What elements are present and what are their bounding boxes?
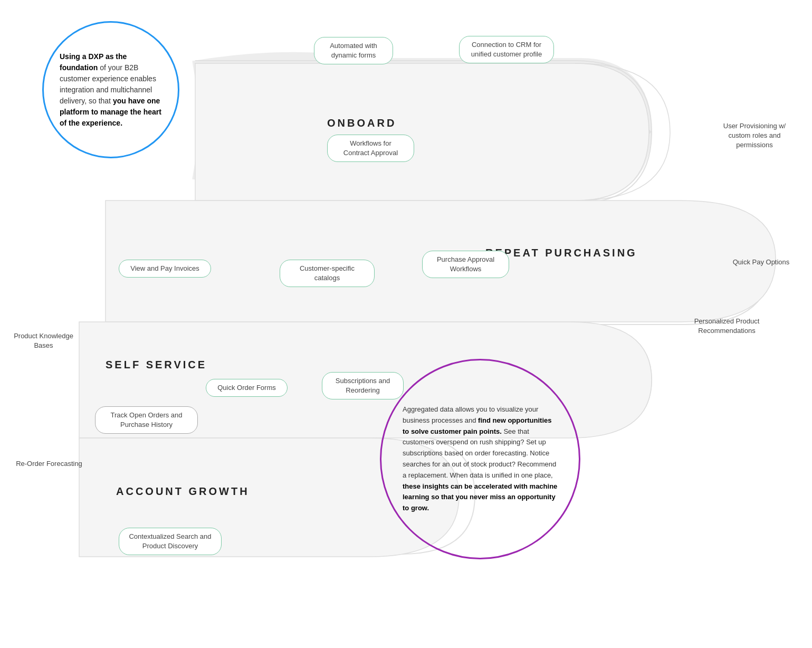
purple-bold-2: these insights can be accelerated with m… (403, 482, 557, 512)
pill-contextualized-search: Contextualized Search and Product Discov… (119, 528, 222, 555)
label-user-provisioning: User Provisioning w/ custom roles and pe… (712, 121, 797, 150)
label-quick-pay: Quick Pay Options (718, 258, 805, 267)
pill-view-pay-invoices: View and Pay Invoices (119, 260, 211, 278)
blue-circle-text: Using a DXP as the foundation of your B2… (60, 51, 162, 129)
purple-circle: Aggregated data allows you to visualize … (380, 359, 580, 559)
pill-workflows-contract: Workflows for Contract Approval (327, 135, 414, 162)
page-container: Using a DXP as the foundation of your B2… (0, 0, 812, 648)
svg-marker-0 (633, 116, 652, 148)
pill-purchase-approval: Purchase Approval Workflows (422, 251, 509, 278)
section-self-service: SELF SERVICE (106, 359, 207, 371)
blue-circle: Using a DXP as the foundation of your B2… (42, 21, 179, 158)
label-reorder-forecasting: Re-Order Forecasting (15, 459, 83, 469)
section-onboard: ONBOARD (327, 117, 396, 129)
section-account-growth: ACCOUNT GROWTH (116, 485, 250, 498)
pill-quick-order-forms: Quick Order Forms (206, 379, 288, 397)
label-personalized-recs: Personalized Product Recommendations (678, 317, 776, 336)
pill-automated-forms: Automated with dynamic forms (314, 37, 393, 64)
pill-track-open-orders: Track Open Orders and Purchase History (95, 406, 198, 434)
pill-customer-catalogs: Customer-specific catalogs (280, 260, 375, 287)
purple-circle-text: Aggregated data allows you to visualize … (403, 404, 558, 514)
pill-subscriptions: Subscriptions and Reordering (322, 372, 404, 399)
label-product-knowledge: Product Knowledge Bases (5, 331, 82, 350)
pill-connection-crm: Connection to CRM for unified customer p… (459, 36, 554, 63)
